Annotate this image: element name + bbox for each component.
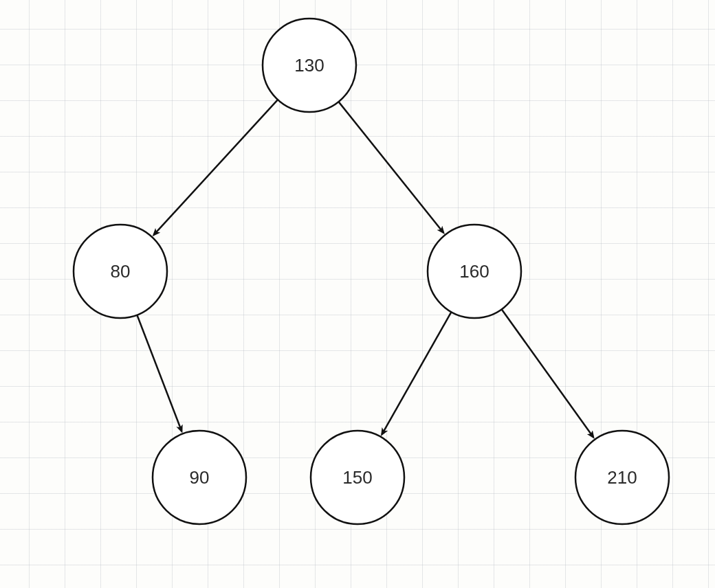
node-rightL: 150 (311, 431, 404, 524)
node-value: 160 (459, 261, 489, 282)
node-value: 90 (190, 467, 210, 488)
edge-root-left (154, 100, 278, 235)
edge-right-rightL (382, 312, 451, 434)
node-value: 130 (294, 55, 324, 76)
node-left: 80 (74, 225, 167, 318)
edge-right-rightR (502, 309, 593, 437)
node-value: 210 (607, 467, 637, 488)
node-leftR: 90 (153, 431, 246, 524)
node-root: 130 (263, 19, 356, 112)
edge-root-right (338, 102, 443, 233)
node-value: 150 (342, 467, 372, 488)
edge-left-leftR (137, 315, 182, 431)
edges-group (137, 100, 593, 437)
tree-diagram: 130 80 160 90 150 210 (0, 0, 715, 588)
node-right: 160 (428, 225, 521, 318)
grid-canvas: 130 80 160 90 150 210 (0, 0, 715, 588)
node-value: 80 (111, 261, 131, 282)
node-rightR: 210 (575, 431, 669, 524)
